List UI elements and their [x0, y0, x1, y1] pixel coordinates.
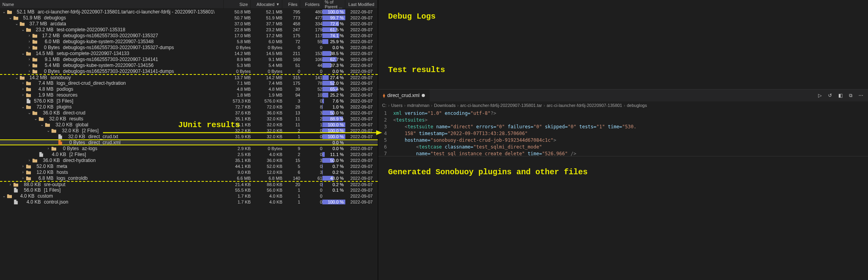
expand-icon[interactable]: ›	[27, 158, 32, 162]
name-cell[interactable]: ›1.9 MBresources	[0, 92, 224, 98]
table-row[interactable]: ›4.8 MBpodlogs4.8 MB4.8 MB395265.4 %2022…	[0, 86, 378, 92]
expand-icon[interactable]: ⌄	[21, 27, 25, 32]
name-cell[interactable]: ›7.4 MBlogs_direct-crud_direct-hydration	[0, 80, 224, 86]
name-cell[interactable]: ⌄52.1 MB arc-ci-launcher-fdr6j-20220907-…	[0, 9, 224, 15]
name-cell[interactable]: ›6.8 MBlogs_controldb	[0, 175, 224, 181]
expand-icon[interactable]: ⌄	[14, 75, 19, 80]
table-row[interactable]: ⌄32.0 KB[2 Files]32.2 KB32.0 KB20100.0 %…	[0, 128, 378, 133]
name-cell[interactable]: 32.0 KBdirect_crud.txt	[0, 134, 224, 139]
name-cell[interactable]: ›36.0 KBdirect-hydration	[0, 158, 224, 163]
table-row[interactable]: 56.0 KB[1 Files]55.5 KB56.0 KB100.1 %202…	[0, 187, 378, 193]
breadcrumb-item[interactable]: C:	[382, 103, 386, 108]
table-row[interactable]: ›0 Bytesaz-logs2.9 KB0 Bytes900.0 %2022-…	[0, 145, 378, 151]
table-row[interactable]: ›1.9 MBresources1.8 MB1.9 MB941025.2 %20…	[0, 92, 378, 98]
expand-icon[interactable]: ⌄	[46, 128, 51, 133]
table-row[interactable]: ›0 Bytesdebuglogs-ns1662557303-20220907-…	[0, 44, 378, 50]
expand-icon[interactable]: ⌄	[2, 10, 6, 14]
name-cell[interactable]: 576.0 KB[3 Files]	[0, 98, 224, 104]
table-row[interactable]: 32.0 KBdirect_crud.txt31.9 KB32.0 KB1010…	[0, 133, 378, 139]
table-row[interactable]: ›12.0 KBhosts9.0 KB12.0 KB630.2 %2022-09…	[0, 169, 378, 175]
name-cell[interactable]: ›4.8 MBpodlogs	[0, 86, 224, 92]
breadcrumb-item[interactable]: Downloads	[434, 103, 455, 108]
col-last-modified[interactable]: Last Modified	[345, 0, 378, 8]
editor-code[interactable]: 1234567 xml version="1.0" encoding="utf-…	[378, 109, 868, 156]
expand-icon[interactable]: ›	[27, 69, 32, 73]
name-cell[interactable]: ›17.2 MBdebuglogs-ns1662557303-20220907-…	[0, 33, 224, 38]
name-cell[interactable]: 56.0 KB[1 Files]	[0, 187, 224, 193]
table-row[interactable]: 0 Bytesdirect_crud.xml0.0 %	[0, 139, 378, 145]
table-row[interactable]: 4.0 KBcontrol.json1.7 KB4.0 KB10100.0 %2…	[0, 199, 378, 205]
expand-icon[interactable]: ⌄	[40, 122, 44, 127]
table-row[interactable]: ›9.1 MBdebuglogs-ns1662557303-20220907-1…	[0, 56, 378, 62]
expand-icon[interactable]: ›	[21, 93, 25, 97]
name-cell[interactable]: ⌄14.5 MBsetup-complete-20220907-134133	[0, 51, 224, 56]
tree-body[interactable]: ⌄52.1 MB arc-ci-launcher-fdr6j-20220907-…	[0, 9, 378, 280]
col-size[interactable]: Size	[224, 0, 251, 8]
name-cell[interactable]: ⌄36.0 KBdirect-crud	[0, 110, 224, 116]
name-cell[interactable]: ⌄32.0 KB[2 Files]	[0, 128, 224, 133]
col-allocated[interactable]: Allocated▼	[251, 0, 282, 8]
name-cell[interactable]: ⌄37.7 MBarcdata	[0, 21, 224, 27]
table-row[interactable]: 4.0 KB[2 Files]2.5 KB4.0 KB2011.1 %2022-…	[0, 151, 378, 157]
expand-icon[interactable]: ⌄	[27, 110, 32, 115]
name-cell[interactable]: ›52.0 KBmeta	[0, 164, 224, 169]
table-row[interactable]: ⌄32.0 KBresults35.1 KB32.0 KB11288.9 %20…	[0, 116, 378, 122]
expand-icon[interactable]: ›	[27, 33, 32, 38]
name-cell[interactable]: ⌄4.0 KBcustom	[0, 193, 224, 199]
expand-icon[interactable]: ›	[27, 63, 32, 67]
breadcrumb-item[interactable]: arc-ci-launcher-fdr6j-20220907-135801.ta…	[460, 103, 542, 108]
breadcrumb-item[interactable]: debuglogs	[627, 103, 647, 108]
table-row[interactable]: ⌄37.7 MBarcdata37.0 MB37.7 MB45833472.6 …	[0, 21, 378, 27]
table-row[interactable]: ›52.0 KBmeta44.1 KB52.0 KB500.7 %2022-09…	[0, 163, 378, 169]
expand-icon[interactable]: ›	[21, 164, 25, 168]
table-row[interactable]: ⌄14.2 MBsonobuoy13.7 MB14.2 MB31514127.4…	[0, 74, 378, 80]
table-row[interactable]: ⌄4.0 KBcustom1.7 KB4.0 KB102022-09-07	[0, 193, 378, 199]
table-row[interactable]: ⌄14.5 MBsetup-complete-20220907-13413314…	[0, 50, 378, 56]
breadcrumb-item[interactable]: mdrrahman	[407, 103, 429, 108]
table-row[interactable]: 576.0 KB[3 Files]573.3 KB576.0 KB307.6 %…	[0, 98, 378, 104]
table-row[interactable]: ›88.0 KBsre-output21.4 KB88.0 KB2000.2 %…	[0, 181, 378, 187]
expand-icon[interactable]: ⌄	[21, 105, 25, 109]
name-cell[interactable]: ⌄23.2 MBtest-complete-20220907-135318	[0, 27, 224, 32]
name-cell[interactable]: 4.0 KB[2 Files]	[0, 152, 224, 157]
editor-lines[interactable]: xml version="1.0" encoding="utf-8"?> <te…	[391, 109, 868, 156]
expand-icon[interactable]: ›	[27, 45, 32, 50]
run-icon[interactable]: ▷	[817, 92, 823, 99]
table-row[interactable]: ⌄23.2 MBtest-complete-20220907-13531822.…	[0, 27, 378, 32]
table-row[interactable]: ⌄32.0 KBglobal35.1 KB32.0 KB111100.0 %20…	[0, 122, 378, 128]
table-row[interactable]: ›7.4 MBlogs_direct-crud_direct-hydration…	[0, 80, 378, 86]
col-files[interactable]: Files	[282, 0, 300, 8]
table-row[interactable]: ›17.2 MBdebuglogs-ns1662557303-20220907-…	[0, 32, 378, 38]
history-icon[interactable]: ↺	[827, 92, 833, 99]
more-icon[interactable]: ⋯	[858, 92, 864, 99]
name-cell[interactable]: ›88.0 KBsre-output	[0, 182, 224, 187]
expand-icon[interactable]: ›	[8, 182, 13, 187]
name-cell[interactable]: ›0 Bytesdebuglogs-ns1662557303-20220907-…	[0, 45, 224, 50]
expand-icon[interactable]: ⌄	[8, 15, 13, 20]
table-row[interactable]: ›0 Bytesdebuglogs-ns1662557303-20220907-…	[0, 68, 378, 74]
name-cell[interactable]: ⌄51.9 MBdebuglogs	[0, 15, 224, 21]
expand-icon[interactable]: ›	[27, 39, 32, 44]
name-cell[interactable]: 4.0 KBcontrol.json	[0, 199, 224, 205]
breadcrumb-item[interactable]: arc-ci-launcher-fdr6j-20220907-135801	[546, 103, 622, 108]
name-cell[interactable]: ⌄32.0 KBresults	[0, 116, 224, 122]
editor-tab-direct-crud-xml[interactable]: ⧫ direct_crud.xml	[378, 90, 430, 101]
expand-icon[interactable]: ›	[21, 170, 25, 174]
expand-icon[interactable]: ⌄	[14, 21, 19, 26]
col-name[interactable]: Name	[0, 0, 224, 8]
name-cell[interactable]: ⌄32.0 KBglobal	[0, 122, 224, 128]
table-row[interactable]: ›6.0 MBdebuglogs-kube-system-20220907-13…	[0, 38, 378, 44]
editor-breadcrumb[interactable]: C:›Users›mdrrahman›Downloads›arc-ci-laun…	[378, 101, 868, 109]
table-row[interactable]: ⌄52.1 MB arc-ci-launcher-fdr6j-20220907-…	[0, 9, 378, 15]
table-row[interactable]: ›36.0 KBdirect-hydration35.1 KB36.0 KB15…	[0, 157, 378, 163]
name-cell[interactable]: ›5.4 MBdebuglogs-kube-system-20220907-13…	[0, 63, 224, 68]
name-cell[interactable]: ›6.0 MBdebuglogs-kube-system-20220907-13…	[0, 39, 224, 44]
table-row[interactable]: ⌄51.9 MBdebuglogs50.7 MB51.9 MB77347799.…	[0, 15, 378, 21]
split-icon[interactable]: ⧉	[847, 92, 854, 99]
name-cell[interactable]: 0 Bytesdirect_crud.xml	[0, 140, 224, 145]
name-cell[interactable]: ›12.0 KBhosts	[0, 170, 224, 175]
expand-icon[interactable]: ⌄	[21, 51, 25, 55]
name-cell[interactable]: ›0 Bytesdebuglogs-ns1662557303-20220907-…	[0, 69, 224, 74]
name-cell[interactable]: ›9.1 MBdebuglogs-ns1662557303-20220907-1…	[0, 57, 224, 62]
diff-icon[interactable]: ◧	[837, 92, 843, 99]
